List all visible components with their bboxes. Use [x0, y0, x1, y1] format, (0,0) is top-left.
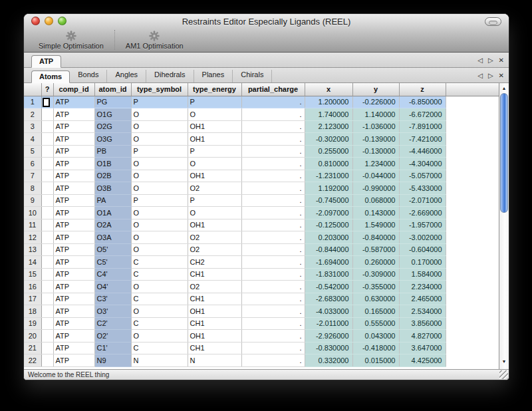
row-number[interactable]: 2 — [24, 108, 41, 121]
cell-z[interactable]: 2.534000 — [399, 305, 446, 318]
cell-type-symbol[interactable]: P — [131, 194, 188, 207]
tab-atoms[interactable]: Atoms — [31, 70, 70, 83]
row-number[interactable]: 15 — [24, 268, 41, 281]
cell-z[interactable]: 4.425000 — [399, 354, 446, 367]
cell-y[interactable]: -0.990000 — [352, 182, 399, 195]
cell-z[interactable]: 2.465000 — [399, 293, 446, 305]
table-row[interactable]: 15ATPC4'CCH1.-1.831000-0.3090001.584000 — [24, 268, 499, 281]
cell-z[interactable]: 3.647000 — [399, 342, 446, 354]
cell-type-energy[interactable]: O2 — [188, 281, 241, 293]
cell-type-symbol[interactable]: O — [131, 330, 188, 342]
cell-y[interactable]: 1.140000 — [352, 108, 399, 121]
focused-cell-editor[interactable] — [43, 98, 50, 107]
cell-atom-id[interactable]: O2' — [94, 330, 131, 342]
cell-type-symbol[interactable]: O — [131, 207, 188, 219]
cell-type-energy[interactable]: OH1 — [188, 120, 241, 133]
tab-close-icon[interactable]: ✕ — [499, 72, 504, 79]
cell-atom-id[interactable]: O2A — [94, 219, 131, 231]
cell-atom-id[interactable]: O2B — [94, 170, 131, 182]
table-row[interactable]: 4ATPO3GOOH1.-0.302000-0.139000-7.421000 — [24, 133, 499, 146]
cell-atom-id[interactable]: O2G — [94, 120, 131, 133]
tab-chirals[interactable]: Chirals — [233, 70, 272, 82]
resize-grip[interactable] — [499, 370, 508, 379]
cell-select[interactable] — [41, 342, 53, 354]
table-row[interactable]: 20ATPO2'OOH1.-2.9260000.0430004.827000 — [24, 330, 499, 342]
cell-atom-id[interactable]: O3' — [94, 305, 131, 318]
cell-type-energy[interactable]: OH1 — [188, 133, 241, 146]
cell-partial-charge[interactable]: . — [241, 317, 305, 330]
cell-partial-charge[interactable]: . — [241, 219, 305, 231]
vertical-scrollbar[interactable]: ▲ ▼ — [499, 83, 509, 369]
cell-comp-id[interactable]: ATP — [53, 305, 94, 318]
cell-type-symbol[interactable]: C — [131, 268, 188, 281]
cell-atom-id[interactable]: PG — [94, 96, 131, 108]
tab-dihedrals[interactable]: Dihedrals — [146, 70, 194, 82]
cell-partial-charge[interactable]: . — [241, 207, 305, 219]
cell-type-symbol[interactable]: O — [131, 108, 188, 121]
cell-comp-id[interactable]: ATP — [53, 207, 94, 219]
table-row[interactable]: 11ATPO2AOOH1.-0.1250001.549000-1.957000 — [24, 219, 499, 231]
cell-comp-id[interactable]: ATP — [53, 256, 94, 269]
cell-comp-id[interactable]: ATP — [53, 133, 94, 146]
cell-partial-charge[interactable]: . — [241, 231, 305, 244]
cell-partial-charge[interactable]: . — [241, 354, 305, 367]
scrollbar-thumb[interactable] — [500, 93, 508, 213]
cell-x[interactable]: -0.302000 — [305, 133, 352, 146]
cell-z[interactable]: -6.672000 — [399, 108, 446, 121]
cell-select[interactable] — [41, 281, 53, 293]
cell-type-energy[interactable]: P — [188, 145, 241, 158]
table-row[interactable]: 14ATPC5'CCH2.-1.6940000.2600000.170000 — [24, 256, 499, 269]
cell-comp-id[interactable]: ATP — [53, 145, 94, 158]
cell-type-symbol[interactable]: N — [131, 354, 188, 367]
cell-type-symbol[interactable]: C — [131, 317, 188, 330]
row-number[interactable]: 5 — [24, 145, 41, 158]
cell-comp-id[interactable]: ATP — [53, 194, 94, 207]
cell-type-symbol[interactable]: P — [131, 96, 188, 108]
cell-type-energy[interactable]: CH2 — [188, 256, 241, 269]
cell-atom-id[interactable]: O3B — [94, 182, 131, 195]
cell-z[interactable]: -5.433000 — [399, 182, 446, 195]
cell-comp-id[interactable]: ATP — [53, 108, 94, 121]
row-number[interactable]: 22 — [24, 354, 41, 367]
cell-atom-id[interactable]: C2' — [94, 317, 131, 330]
cell-x[interactable]: -2.926000 — [305, 330, 352, 342]
cell-type-symbol[interactable]: O — [131, 231, 188, 244]
cell-x[interactable]: 0.332000 — [305, 354, 352, 367]
cell-type-energy[interactable]: O — [188, 158, 241, 170]
cell-x[interactable]: 0.255000 — [305, 145, 352, 158]
cell-type-energy[interactable]: CH1 — [188, 342, 241, 354]
cell-comp-id[interactable]: ATP — [53, 330, 94, 342]
tab-planes[interactable]: Planes — [194, 70, 233, 82]
cell-atom-id[interactable]: O1B — [94, 158, 131, 170]
cell-atom-id[interactable]: O3G — [94, 133, 131, 146]
cell-z[interactable]: -1.957000 — [399, 219, 446, 231]
cell-comp-id[interactable]: ATP — [53, 281, 94, 293]
cell-comp-id[interactable]: ATP — [53, 170, 94, 182]
cell-y[interactable]: 0.165000 — [352, 305, 399, 318]
cell-z[interactable]: 1.584000 — [399, 268, 446, 281]
minimize-window-button[interactable] — [45, 17, 53, 25]
tab-scroll-right-icon[interactable]: ▷ — [488, 57, 493, 64]
cell-atom-id[interactable]: C1' — [94, 342, 131, 354]
cell-type-energy[interactable]: CH1 — [188, 293, 241, 305]
cell-partial-charge[interactable]: . — [241, 281, 305, 293]
cell-type-energy[interactable]: N — [188, 354, 241, 367]
cell-atom-id[interactable]: O1A — [94, 207, 131, 219]
cell-select[interactable] — [41, 243, 53, 256]
table-row[interactable]: 13ATPO5'OO2.-0.844000-0.587000-0.604000 — [24, 243, 499, 256]
row-number[interactable]: 7 — [24, 170, 41, 182]
close-window-button[interactable] — [31, 17, 40, 25]
cell-x[interactable]: -2.683000 — [305, 293, 352, 305]
cell-comp-id[interactable]: ATP — [53, 182, 94, 195]
cell-type-energy[interactable]: OH1 — [188, 219, 241, 231]
table-row[interactable]: 10ATPO1AOO.-2.0970000.143000-2.669000 — [24, 207, 499, 219]
cell-type-symbol[interactable]: C — [131, 256, 188, 269]
tab-scroll-left-icon[interactable]: ◁ — [477, 57, 483, 64]
cell-x[interactable]: 2.123000 — [305, 120, 352, 133]
table-row[interactable]: 19ATPC2'CCH1.-2.0110000.5550003.856000 — [24, 317, 499, 330]
cell-y[interactable]: -0.355000 — [352, 281, 399, 293]
cell-y[interactable]: -0.226000 — [352, 96, 399, 108]
row-number[interactable]: 14 — [24, 256, 41, 269]
cell-comp-id[interactable]: ATP — [53, 158, 94, 170]
cell-atom-id[interactable]: O3A — [94, 231, 131, 244]
